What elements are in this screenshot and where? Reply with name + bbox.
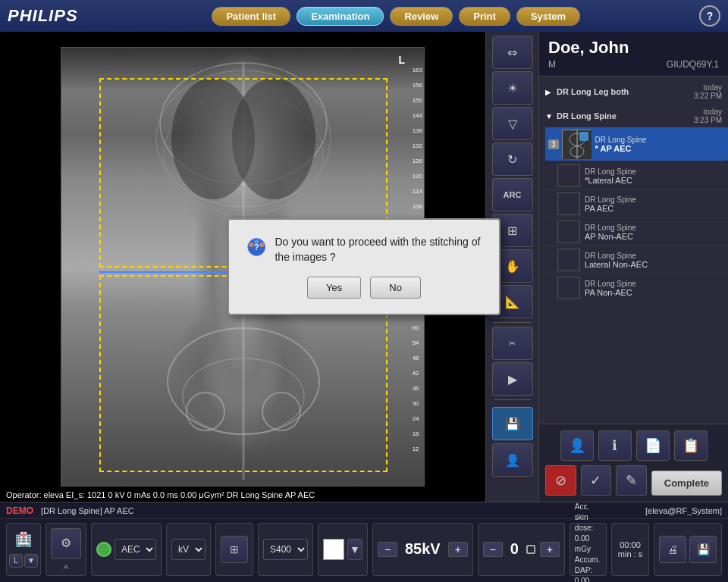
color-box[interactable] — [323, 539, 344, 560]
color-dropdown-btn[interactable]: ▼ — [347, 539, 362, 560]
tab-examination[interactable]: Examination — [297, 7, 384, 26]
tb-group-kv: kV — [166, 523, 211, 576]
tab-patient-list[interactable]: Patient list — [212, 7, 290, 26]
aec-row: AEC — [96, 539, 156, 560]
tab-review[interactable]: Review — [390, 7, 453, 26]
exp-value: 0 — [507, 540, 522, 558]
dialog-text: Do you want to proceed with the stitchin… — [275, 235, 481, 264]
dose-info: Acc. skin dose: 0.00 mGyAccum. DAP: 0.00… — [575, 502, 601, 583]
tb-group-grid: ⊞ — [215, 523, 253, 576]
tab-system[interactable]: System — [516, 7, 580, 26]
tb-group-extra: 🖨 💾 — [654, 523, 722, 576]
svg-point-16 — [249, 242, 253, 247]
dialog-yes-button[interactable]: Yes — [307, 277, 361, 299]
tb-group-timer: 00:00min : s — [611, 523, 649, 576]
svg-text:?: ? — [254, 242, 259, 252]
aec-indicator — [96, 542, 111, 557]
exp-indicator — [526, 545, 535, 554]
exam-label: [DR Long Spine] AP AEC — [41, 506, 645, 515]
tab-print[interactable]: Print — [459, 7, 510, 26]
body-controls: L ▼ — [9, 554, 38, 568]
tb-group-color: ▼ — [318, 523, 368, 576]
kv-value: 85kV — [402, 540, 444, 558]
dialog-overlay: ? Do you want to proceed with the stitch… — [0, 32, 728, 502]
dialog-question-icon: ? — [247, 235, 265, 259]
dialog-buttons: Yes No — [247, 277, 481, 299]
exp-minus-btn[interactable]: − — [483, 542, 503, 557]
help-button[interactable]: ? — [699, 5, 720, 27]
tb-group-body: 🏥 L ▼ — [6, 523, 41, 576]
body-icon: 🏥 — [15, 531, 32, 548]
nav-tabs: Patient list Examination Review Print Sy… — [93, 7, 699, 26]
tb-print-btn[interactable]: 🖨 — [659, 536, 686, 563]
dialog-no-button[interactable]: No — [370, 277, 421, 299]
kv-plus-btn[interactable]: + — [448, 542, 468, 557]
kv-minus-btn[interactable]: − — [378, 542, 397, 557]
tb-group-s400: S400 — [258, 523, 313, 576]
philips-logo: PHILIPS — [8, 6, 78, 26]
tb-group-aec: AEC — [91, 523, 162, 576]
tb-save-btn[interactable]: 💾 — [689, 536, 717, 563]
tb-grid-btn[interactable]: ⊞ — [221, 536, 248, 563]
tb-group-exposure: − 0 + — [478, 523, 565, 576]
bottom-toolbar: 🏥 L ▼ ⚙ A AEC kV ⊞ S400 ▼ — [0, 518, 728, 579]
body-btn-down[interactable]: ▼ — [24, 554, 38, 568]
s400-dropdown[interactable]: S400 — [263, 539, 308, 560]
timer-display: 00:00min : s — [618, 540, 642, 559]
aec-dropdown[interactable]: AEC — [115, 539, 156, 560]
dialog-box: ? Do you want to proceed with the stitch… — [228, 218, 500, 315]
demo-label: DEMO — [6, 505, 33, 516]
body-btn-l[interactable]: L — [9, 554, 23, 568]
dialog-content: ? Do you want to proceed with the stitch… — [247, 235, 481, 264]
top-nav-bar: PHILIPS Patient list Examination Review … — [0, 0, 728, 32]
exp-plus-btn[interactable]: + — [540, 542, 560, 557]
kv-dropdown[interactable]: kV — [171, 539, 206, 560]
tb-settings-label: A — [64, 563, 68, 571]
tb-group-settings: ⚙ A — [46, 523, 86, 576]
tb-group-dose: Acc. skin dose: 0.00 mGyAccum. DAP: 0.00… — [570, 523, 607, 576]
svg-point-17 — [259, 242, 264, 247]
tb-settings-btn[interactable]: ⚙ — [51, 528, 81, 559]
tb-group-kv-value: − 85kV + — [372, 523, 473, 576]
bottom-status-bar: DEMO [DR Long Spine] AP AEC [eleva@RF_Sy… — [0, 502, 728, 518]
user-label: [eleva@RF_System] — [645, 506, 722, 515]
